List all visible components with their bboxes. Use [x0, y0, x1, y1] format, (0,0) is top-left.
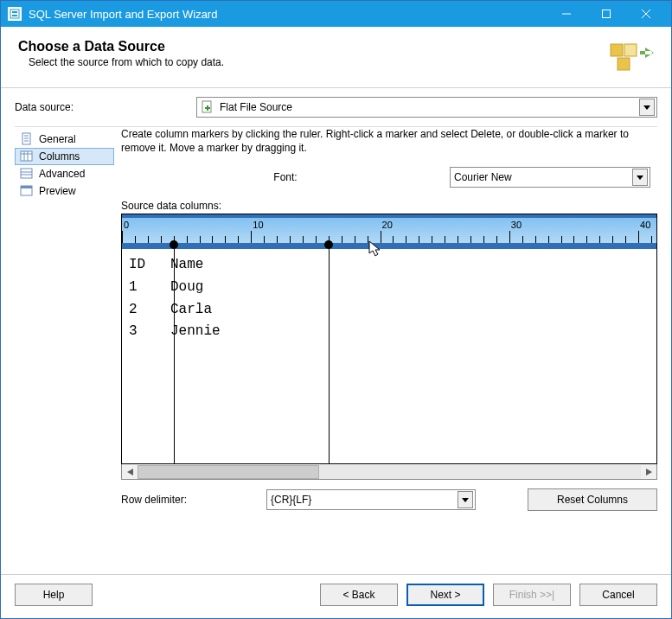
dropdown-icon: [639, 99, 655, 116]
sidebar-item-general[interactable]: General: [15, 131, 114, 148]
advanced-icon: [20, 167, 34, 181]
sidebar-item-advanced[interactable]: Advanced: [15, 165, 114, 182]
wizard-header: Choose a Data Source Select the source f…: [1, 27, 671, 88]
scroll-track[interactable]: [138, 465, 641, 479]
maximize-button[interactable]: [586, 1, 626, 27]
row-delimiter-label: Row delimiter:: [121, 494, 258, 506]
svg-rect-0: [10, 10, 19, 18]
cancel-button[interactable]: Cancel: [579, 584, 657, 606]
wizard-body: Data source: Flat File Source General Co…: [1, 88, 671, 574]
ruler[interactable]: 010203040: [122, 214, 656, 249]
page-subtitle: Select the source from which to copy dat…: [29, 56, 605, 68]
sidebar-item-label: General: [39, 133, 76, 145]
wizard-icon: [605, 39, 654, 80]
row-delimiter-row: Row delimiter: {CR}{LF} Reset Columns: [121, 488, 657, 511]
source-columns-label: Source data columns:: [121, 200, 657, 212]
dropdown-icon: [632, 169, 648, 186]
back-button[interactable]: < Back: [320, 584, 398, 606]
window: SQL Server Import and Export Wizard Choo…: [0, 0, 672, 619]
sidebar-item-label: Advanced: [39, 168, 85, 180]
close-button[interactable]: [626, 1, 666, 27]
data-preview: ID Name 1 Doug 2 Carla 3 Jennie: [122, 249, 656, 463]
instructions-text: Create column markers by clicking the ru…: [121, 127, 657, 155]
svg-rect-23: [21, 186, 32, 188]
data-source-combo[interactable]: Flat File Source: [196, 97, 657, 118]
data-source-value: Flat File Source: [220, 101, 639, 113]
column-marker[interactable]: [174, 240, 178, 249]
window-title: SQL Server Import and Export Wizard: [29, 8, 547, 21]
dropdown-icon: [458, 491, 473, 508]
file-icon: [20, 132, 34, 146]
data-source-label: Data source:: [15, 101, 188, 113]
font-combo[interactable]: Courier New: [450, 167, 650, 188]
sidebar-item-label: Preview: [39, 185, 76, 197]
svg-rect-2: [12, 15, 17, 16]
row-delimiter-combo[interactable]: {CR}{LF}: [266, 489, 476, 510]
next-button[interactable]: Next >: [406, 584, 484, 606]
titlebar: SQL Server Import and Export Wizard: [1, 1, 671, 27]
config-panel: General Columns Advanced Preview Create …: [15, 126, 657, 569]
minimize-button[interactable]: [547, 1, 586, 27]
source-columns-grid[interactable]: 010203040 ID Name 1 Doug 2 Carla 3 Jenni…: [121, 214, 657, 464]
page-title: Choose a Data Source: [18, 39, 605, 54]
app-icon: [8, 7, 22, 21]
scroll-right-button[interactable]: [641, 465, 656, 479]
sidebar-item-columns[interactable]: Columns: [15, 148, 114, 165]
horizontal-scrollbar[interactable]: [121, 464, 657, 480]
row-delimiter-value: {CR}{LF}: [271, 494, 458, 506]
reset-columns-button[interactable]: Reset Columns: [528, 488, 657, 511]
help-button[interactable]: Help: [15, 584, 93, 606]
flat-file-icon: [201, 100, 214, 114]
svg-rect-4: [603, 10, 611, 18]
svg-rect-8: [624, 44, 637, 56]
scroll-left-button[interactable]: [122, 465, 138, 479]
data-source-row: Data source: Flat File Source: [15, 97, 657, 118]
column-divider: [329, 249, 330, 463]
finish-button: Finish >>|: [493, 584, 571, 606]
wizard-footer: Help < Back Next > Finish >>| Cancel: [1, 574, 671, 618]
svg-rect-9: [618, 58, 630, 70]
svg-rect-1: [12, 11, 17, 13]
column-divider: [174, 249, 175, 463]
font-row: Font: Courier New: [121, 167, 657, 188]
sidebar: General Columns Advanced Preview: [15, 127, 114, 569]
preview-icon: [20, 184, 34, 198]
font-value: Courier New: [454, 171, 632, 183]
svg-rect-15: [21, 151, 32, 161]
column-marker[interactable]: [329, 240, 333, 249]
main-panel: Create column markers by clicking the ru…: [114, 127, 657, 569]
sidebar-item-preview[interactable]: Preview: [15, 182, 114, 200]
columns-icon: [20, 150, 34, 163]
font-label: Font:: [121, 171, 450, 183]
svg-rect-7: [611, 44, 623, 56]
sidebar-item-label: Columns: [39, 150, 80, 163]
scroll-thumb[interactable]: [138, 465, 319, 479]
svg-rect-19: [21, 169, 32, 178]
